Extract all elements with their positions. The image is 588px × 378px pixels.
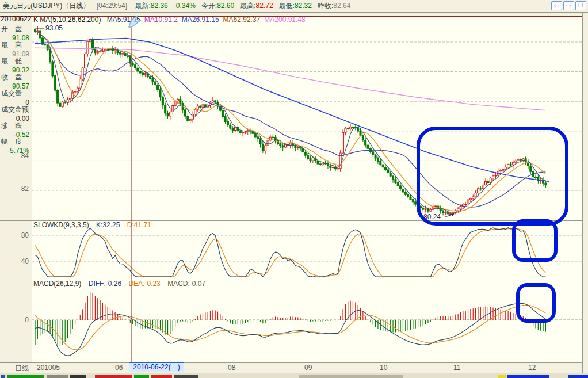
price-axis-label: 82 bbox=[0, 185, 29, 193]
sidebar: 20100622 开 盘91.08最 高91.09最 低90.32收 盘90.5… bbox=[0, 13, 32, 373]
sidebar-field: 成交量0 bbox=[0, 89, 31, 106]
x-axis-label: 10 bbox=[380, 364, 387, 372]
quote-field-label: 最高: bbox=[240, 2, 255, 10]
quote-field: 今开:82.60 bbox=[201, 2, 234, 10]
sidebar-field-label: 开 盘 bbox=[0, 24, 31, 34]
macd-title: MACD(26,12,9) bbox=[33, 280, 81, 288]
sidebar-field: 最 低90.32 bbox=[0, 56, 31, 74]
chart-right-border bbox=[582, 13, 583, 373]
quote-field-value: 82.32 bbox=[295, 2, 312, 10]
ma-value: MA5:91.95 bbox=[107, 16, 140, 24]
macd-header: MACD(26,12,9) DIFF:-0.26 DEA:-0.23 MACD:… bbox=[33, 280, 211, 288]
strip-fragment bbox=[95, 375, 132, 378]
x-axis-label: 06 bbox=[115, 364, 123, 372]
strip-fragment bbox=[70, 375, 86, 378]
strip-fragment bbox=[1, 375, 5, 378]
slowkd-chart[interactable] bbox=[32, 221, 582, 278]
x-axis-label: 201005 bbox=[37, 364, 60, 372]
trading-app-window: 美元日元(USDJPY)〈日线〉 [04:29:54] 最新:82.36-0.3… bbox=[0, 0, 588, 378]
macd-macd-value: MACD:-0.07 bbox=[167, 280, 205, 288]
high-price-mark: 93.05 bbox=[45, 24, 63, 32]
ma-value: MA200:91.48 bbox=[264, 16, 305, 24]
strip-fragment bbox=[7, 375, 44, 378]
sidebar-field-label: 成交量 bbox=[0, 89, 31, 98]
main-candlestick-chart[interactable]: 93.0580.24 bbox=[32, 17, 582, 220]
x-axis-label: 11 bbox=[453, 364, 460, 372]
macd-chart[interactable] bbox=[32, 278, 582, 362]
ma-value: MA62:92.37 bbox=[223, 16, 261, 24]
macd-zero-label: 0 bbox=[0, 316, 29, 324]
strip-fragment bbox=[299, 375, 403, 378]
quote-fields: 最新:82.36-0.34%今开:82.60最高:82.72最低:82.32昨收… bbox=[129, 2, 350, 10]
sidebar-field-label: 幅 度 bbox=[0, 137, 31, 147]
sidebar-field: 涨 跌-0.52 bbox=[0, 121, 31, 139]
ma-params-label: K MA(5,10,26,62,200) bbox=[33, 16, 101, 24]
sidebar-field-label: 最 低 bbox=[0, 56, 31, 66]
x-axis-label: 08 bbox=[228, 364, 235, 372]
quote-field: 昨收:82.64 bbox=[318, 2, 350, 10]
kd-axis-label: 40 bbox=[0, 257, 29, 265]
sidebar-field-label: 收 盘 bbox=[0, 72, 31, 82]
arrow-left-icon[interactable]: ⇦ bbox=[551, 1, 562, 10]
strip-fragment bbox=[568, 375, 588, 378]
arrow-right-icon[interactable]: ⇨ bbox=[563, 1, 574, 10]
status-strip-clipped bbox=[0, 373, 588, 378]
instrument-title: 美元日元(USDJPY)〈日线〉 bbox=[3, 2, 90, 10]
quote-field-value: 82.72 bbox=[256, 2, 273, 10]
macd-dea-value: DEA:-0.23 bbox=[128, 280, 160, 288]
quote-field: 最新:82.36 bbox=[135, 2, 167, 10]
quote-field-label: 最新: bbox=[135, 2, 150, 10]
quote-field: -0.34% bbox=[174, 2, 196, 10]
quote-field-value: 82.60 bbox=[217, 2, 234, 10]
slowkd-header: SLOWKD(9,3,3,5) K:32.25 D:41.71 bbox=[33, 221, 156, 229]
strip-fragment bbox=[151, 375, 172, 378]
quote-time: [04:29:54] bbox=[97, 2, 127, 10]
sidebar-field-label: 最 高 bbox=[0, 40, 31, 50]
window-buttons: ⇦⇨❐ bbox=[551, 1, 586, 10]
quote-header: 美元日元(USDJPY)〈日线〉 [04:29:54] 最新:82.36-0.3… bbox=[0, 0, 588, 12]
slowkd-k-value: K:32.25 bbox=[96, 221, 120, 229]
strip-fragment bbox=[47, 375, 68, 378]
kd-axis-label: 80 bbox=[0, 231, 29, 239]
macd-pane-divider bbox=[0, 278, 582, 278]
ma-value: MA26:91.15 bbox=[182, 16, 219, 24]
quote-field: 最高:82.72 bbox=[240, 2, 273, 10]
quote-field-label: 最低: bbox=[279, 2, 295, 10]
selected-date-box[interactable]: 2010-06-22(二) bbox=[129, 362, 184, 372]
price-axis-label: 84 bbox=[0, 152, 29, 160]
strip-fragment bbox=[174, 375, 198, 378]
sidebar-field-label: 成交金额 bbox=[0, 105, 31, 114]
period-label: 日线 bbox=[0, 364, 29, 373]
quote-field-value: 82.64 bbox=[333, 2, 350, 10]
strip-fragment bbox=[507, 375, 549, 378]
quote-field-label: 昨收: bbox=[318, 2, 333, 10]
quote-field-value: 82.36 bbox=[151, 2, 168, 10]
ma-value: MA10:91.2 bbox=[144, 16, 178, 24]
sidebar-field: 最 高91.09 bbox=[0, 40, 31, 58]
ma-header: K MA(5,10,26,62,200) MA5:91.95MA10:91.2M… bbox=[33, 16, 314, 24]
header-divider bbox=[0, 12, 588, 13]
strip-fragment bbox=[134, 375, 149, 378]
quote-field-value: -0.34% bbox=[174, 2, 196, 10]
slowkd-d-value: D:41.71 bbox=[127, 221, 151, 229]
sidebar-field-label: 涨 跌 bbox=[0, 121, 31, 131]
low-price-mark: 80.24 bbox=[423, 213, 441, 220]
strip-fragment bbox=[498, 375, 506, 378]
sidebar-date: 20100622 bbox=[1, 15, 31, 23]
x-axis-label: 09 bbox=[304, 364, 312, 372]
macd-diff-value: DIFF:-0.26 bbox=[89, 280, 121, 288]
ma-values: MA5:91.95MA10:91.2MA26:91.15MA62:92.37MA… bbox=[107, 16, 310, 24]
sidebar-field: 开 盘91.08 bbox=[0, 24, 31, 42]
x-axis-label: 12 bbox=[528, 364, 536, 372]
quote-field: 最低:82.32 bbox=[279, 2, 312, 10]
sidebar-field: 收 盘90.57 bbox=[0, 72, 31, 90]
x-axis-row: 日线 201005060809101112 2010-06-22(二) bbox=[0, 363, 582, 373]
slowkd-title: SLOWKD(9,3,3,5) bbox=[33, 221, 89, 229]
quote-field-label: 今开: bbox=[201, 2, 217, 10]
restore-window-icon[interactable]: ❐ bbox=[575, 1, 586, 10]
sidebar-field: 成交金额0.00 bbox=[0, 105, 31, 123]
